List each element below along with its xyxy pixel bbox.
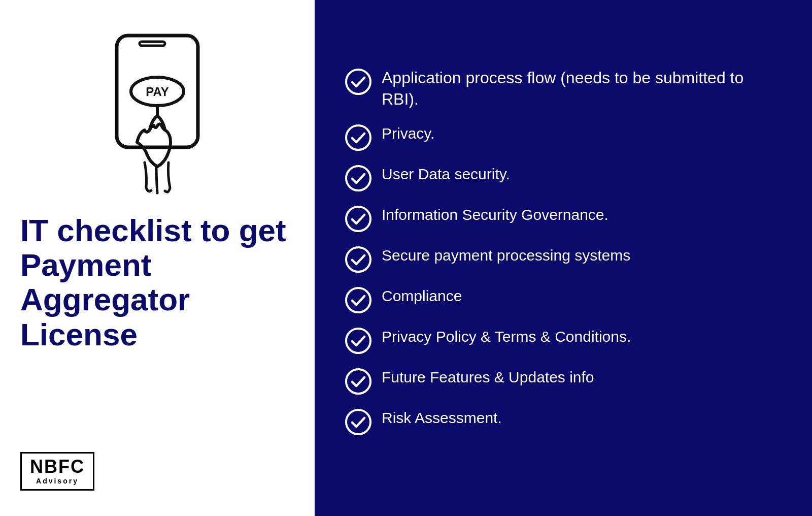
right-panel: Application process flow (needs to be su… [315, 0, 812, 516]
svg-point-8 [346, 207, 370, 231]
checklist-text-1: Application process flow (needs to be su… [382, 68, 782, 110]
check-icon-2 [345, 124, 371, 151]
nbfc-logo: NBFC Advisory [20, 452, 94, 491]
check-icon-3 [345, 165, 371, 191]
checklist-item-6: Compliance [345, 286, 782, 313]
svg-point-13 [346, 410, 370, 434]
check-icon-9 [345, 409, 371, 435]
svg-text:PAY: PAY [146, 85, 168, 99]
check-icon-4 [345, 206, 371, 232]
logo-tagline: Advisory [36, 477, 79, 485]
checklist-item-8: Future Features & Updates info [345, 367, 782, 395]
left-panel: PAY IT checklist to get Payment Aggregat… [0, 0, 315, 516]
checklist-item-1: Application process flow (needs to be su… [345, 68, 782, 110]
svg-point-6 [346, 125, 370, 150]
checklist-text-5: Secure payment processing systems [382, 245, 630, 265]
checklist-item-2: Privacy. [345, 123, 782, 151]
svg-point-12 [346, 369, 370, 394]
check-icon-1 [345, 69, 371, 95]
checklist-text-2: Privacy. [382, 123, 434, 143]
check-icon-5 [345, 246, 371, 273]
checklist-text-3: User Data security. [382, 164, 510, 184]
svg-point-11 [346, 329, 370, 353]
check-icon-7 [345, 328, 371, 354]
checklist-text-7: Privacy Policy & Terms & Conditions. [382, 327, 631, 346]
checklist-item-4: Information Security Governance. [345, 205, 782, 232]
svg-point-9 [346, 247, 370, 272]
checklist-text-9: Risk Assessment. [382, 408, 502, 428]
svg-point-7 [346, 166, 370, 190]
checklist-text-8: Future Features & Updates info [382, 367, 594, 387]
checklist-text-4: Information Security Governance. [382, 205, 608, 224]
checklist-item-5: Secure payment processing systems [345, 245, 782, 273]
checklist-item-3: User Data security. [345, 164, 782, 191]
checklist-item-9: Risk Assessment. [345, 408, 782, 435]
logo-name: NBFC [30, 458, 85, 476]
checklist-text-6: Compliance [382, 286, 462, 306]
phone-pay-illustration: PAY [86, 30, 228, 203]
svg-point-5 [346, 70, 370, 94]
check-icon-8 [345, 368, 371, 395]
svg-point-10 [346, 288, 370, 312]
checklist-item-7: Privacy Policy & Terms & Conditions. [345, 327, 782, 354]
main-title: IT checklist to get Payment Aggregator L… [15, 213, 299, 352]
svg-rect-1 [140, 42, 165, 46]
check-icon-6 [345, 287, 371, 313]
